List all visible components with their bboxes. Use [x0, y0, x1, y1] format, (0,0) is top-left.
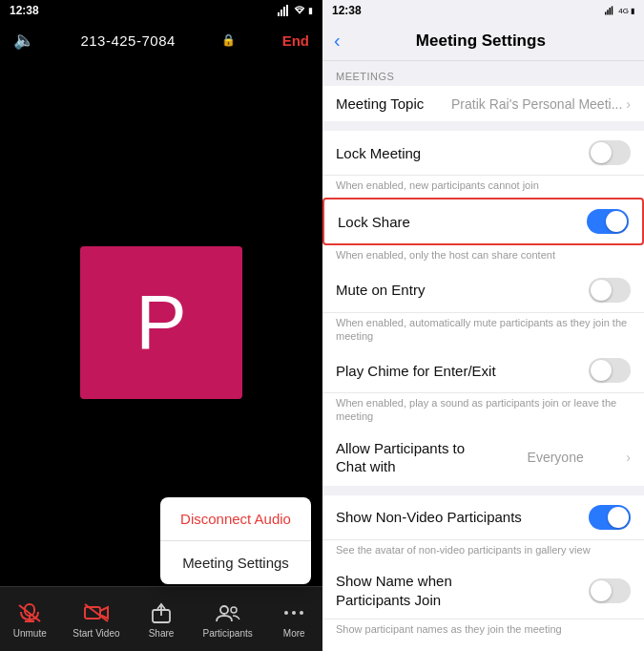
disconnect-audio-button[interactable]: Disconnect Audio — [160, 497, 311, 541]
video-icon — [81, 600, 112, 625]
more-label: More — [283, 628, 305, 639]
right-signal-icon — [605, 6, 616, 15]
lock-share-knob — [606, 211, 627, 232]
left-toolbar: Unmute Start Video Share — [0, 586, 322, 651]
svg-point-16 — [292, 611, 296, 615]
show-non-video-toggle[interactable] — [589, 505, 631, 530]
lock-share-toggle[interactable] — [587, 209, 629, 234]
svg-rect-21 — [612, 7, 613, 15]
speaker-icon: 🔈 — [13, 30, 34, 51]
unmute-label: Unmute — [13, 628, 47, 639]
meeting-topic-label: Meeting Topic — [336, 95, 451, 112]
settings-group-topic: Meeting Topic Pratik Rai's Personal Meet… — [322, 86, 644, 121]
unmute-icon — [14, 600, 45, 625]
more-icon — [279, 600, 309, 625]
lock-share-subtext: When enabled, only the host can share co… — [322, 245, 644, 267]
allow-chat-row[interactable]: Allow Participants to Chat with Everyone… — [322, 430, 644, 486]
lock-meeting-label: Lock Meeting — [336, 145, 589, 161]
toolbar-unmute[interactable]: Unmute — [13, 600, 47, 639]
avatar-letter: P — [135, 279, 186, 367]
svg-rect-20 — [610, 8, 612, 15]
right-header: ‹ Meeting Settings — [322, 21, 644, 61]
back-button[interactable]: ‹ — [334, 30, 341, 52]
call-bar: 🔈 213-425-7084 🔒 End — [0, 21, 322, 59]
show-name-row[interactable]: Show Name when Participants Join — [322, 562, 644, 620]
left-status-icons: ▮ — [278, 5, 313, 16]
left-time: 12:38 — [10, 4, 39, 17]
svg-point-15 — [284, 611, 288, 615]
battery-icon: ▮ — [308, 6, 313, 15]
right-status-icons: 4G ▮ — [605, 6, 634, 15]
signal-icon — [278, 5, 291, 16]
lock-share-label: Lock Share — [338, 214, 587, 230]
right-panel: 12:38 4G ▮ ‹ Meeting Settings MEETINGS M… — [322, 0, 644, 651]
left-status-bar: 12:38 ▮ — [0, 0, 322, 21]
right-network-icon: 4G — [618, 7, 629, 15]
lock-share-row[interactable]: Lock Share — [322, 198, 644, 245]
show-name-subtext: Show participant names as they join the … — [322, 620, 644, 641]
allow-chat-label: Allow Participants to Chat with — [336, 439, 488, 476]
lock-meeting-row[interactable]: Lock Meeting — [322, 131, 644, 176]
call-number: 213-425-7084 — [80, 32, 175, 49]
toolbar-more[interactable]: More — [279, 600, 309, 639]
play-chime-knob — [591, 360, 612, 381]
share-icon — [146, 600, 177, 625]
wifi-icon — [294, 6, 305, 15]
popup-menu: Disconnect Audio Meeting Settings — [160, 497, 311, 584]
settings-group-video: Show Non-Video Participants See the avat… — [322, 495, 644, 651]
play-chime-toggle[interactable] — [589, 358, 631, 383]
mute-entry-row[interactable]: Mute on Entry — [322, 268, 644, 313]
left-panel: 12:38 ▮ 🔈 213-425-7084 🔒 End P — [0, 0, 322, 651]
allow-chat-value: Everyone — [528, 450, 584, 465]
settings-group-lock: Lock Meeting When enabled, new participa… — [322, 131, 644, 486]
show-non-video-row[interactable]: Show Non-Video Participants — [322, 495, 644, 540]
svg-rect-2 — [283, 7, 285, 16]
mute-entry-knob — [591, 280, 612, 301]
avatar: P — [80, 246, 242, 399]
show-name-toggle[interactable] — [589, 578, 631, 603]
share-label: Share — [149, 628, 175, 639]
section-label-meetings: MEETINGS — [322, 61, 644, 86]
play-chime-row[interactable]: Play Chime for Enter/Exit — [322, 348, 644, 393]
show-non-video-subtext: See the avatar of non-video participants… — [322, 540, 644, 562]
show-name-knob — [591, 580, 612, 601]
svg-rect-3 — [286, 5, 288, 16]
svg-rect-18 — [605, 12, 607, 15]
play-chime-subtext: When enabled, play a sound as participan… — [322, 393, 644, 430]
meeting-topic-chevron: › — [626, 96, 631, 112]
show-non-video-knob — [608, 507, 629, 528]
show-name-label: Show Name when Participants Join — [336, 572, 527, 609]
play-chime-label: Play Chime for Enter/Exit — [336, 363, 589, 379]
mute-entry-label: Mute on Entry — [336, 282, 589, 298]
header-title: Meeting Settings — [348, 32, 613, 51]
svg-point-17 — [300, 611, 303, 615]
participants-label: Participants — [203, 628, 253, 639]
svg-rect-1 — [280, 10, 282, 16]
lock-meeting-toggle[interactable] — [589, 140, 631, 165]
participants-icon — [213, 600, 243, 625]
meeting-topic-value: Pratik Rai's Personal Meeti... — [451, 96, 622, 112]
mute-entry-subtext: When enabled, automatically mute partici… — [322, 313, 644, 349]
svg-rect-0 — [278, 12, 280, 16]
right-battery-icon: ▮ — [631, 7, 634, 15]
lock-meeting-knob — [591, 142, 612, 163]
svg-rect-19 — [608, 10, 610, 14]
mute-entry-toggle[interactable] — [589, 278, 631, 303]
allow-rename-row[interactable]: Allow Participants to Rename — [322, 641, 644, 651]
toolbar-start-video[interactable]: Start Video — [73, 600, 119, 639]
toolbar-participants[interactable]: Participants — [203, 600, 253, 639]
show-non-video-label: Show Non-Video Participants — [336, 509, 589, 525]
svg-point-14 — [231, 607, 237, 613]
settings-scroll[interactable]: MEETINGS Meeting Topic Pratik Rai's Pers… — [322, 61, 644, 651]
meeting-topic-row[interactable]: Meeting Topic Pratik Rai's Personal Meet… — [322, 86, 644, 121]
svg-point-4 — [299, 11, 301, 13]
lock-icon: 🔒 — [221, 33, 236, 47]
lock-meeting-subtext: When enabled, new participants cannot jo… — [322, 176, 644, 198]
end-button[interactable]: End — [282, 32, 309, 49]
right-status-bar: 12:38 4G ▮ — [322, 0, 644, 21]
allow-chat-chevron: › — [626, 450, 631, 465]
start-video-label: Start Video — [73, 628, 119, 639]
right-time: 12:38 — [332, 4, 362, 17]
meeting-settings-button[interactable]: Meeting Settings — [160, 541, 311, 584]
toolbar-share[interactable]: Share — [146, 600, 177, 639]
